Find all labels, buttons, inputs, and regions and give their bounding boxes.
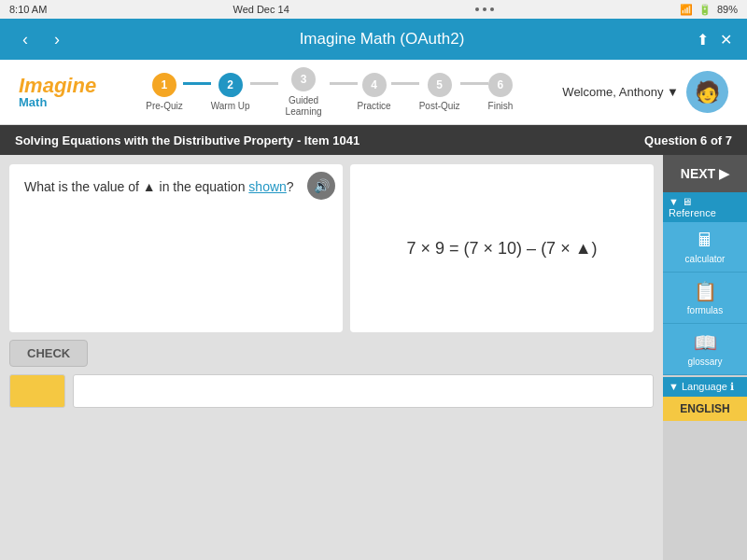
next-button[interactable]: NEXT ▶ — [663, 155, 747, 192]
question-header-bar: Solving Equations with the Distributive … — [0, 125, 747, 155]
connector-4-5 — [391, 82, 419, 85]
step-1: 1 Pre-Quiz — [146, 73, 182, 112]
step-circle-4: 4 — [362, 73, 387, 97]
equation-panel: 7 × 9 = (7 × 10) – (7 × ▲) — [350, 164, 654, 332]
connector-1-2 — [183, 82, 211, 85]
right-sidebar: NEXT ▶ ▼ 🖥 Reference 🖩 calculator 📋 form… — [663, 155, 747, 560]
question-progress: Question 6 of 7 — [644, 133, 732, 147]
check-button-row: CHECK — [9, 340, 654, 367]
question-text-after: ? — [287, 179, 294, 194]
question-text-panel: What is the value of ▲ in the equation s… — [9, 164, 343, 332]
step-circle-1: 1 — [152, 73, 176, 97]
step-circle-3: 3 — [291, 67, 316, 91]
wifi-icon: 📶 — [680, 4, 693, 16]
welcome-text[interactable]: Welcome, Anthony ▼ — [562, 85, 679, 99]
next-arrow-icon: ▶ — [719, 166, 729, 181]
english-button[interactable]: ENGLISH — [663, 397, 747, 421]
reference-label: ▼ 🖥 Reference — [669, 196, 741, 218]
step-label-3: Guided Learning — [278, 95, 330, 118]
glossary-label: glossary — [687, 357, 722, 367]
os-bar: 8:10 AM Wed Dec 14 📶 🔋 89% — [0, 0, 747, 19]
step-4: 4 Practice — [358, 73, 391, 112]
welcome-area: Welcome, Anthony ▼ 🧑 — [562, 71, 728, 113]
step-label-5: Post-Quiz — [419, 101, 460, 112]
connector-2-3 — [250, 82, 278, 85]
main-content: What is the value of ▲ in the equation s… — [0, 155, 747, 560]
step-3: 3 Guided Learning — [278, 67, 330, 118]
steps-progress: 1 Pre-Quiz 2 Warm Up 3 Guided Learning 4… — [146, 67, 513, 118]
connector-5-6 — [460, 82, 488, 85]
app-title: Imagine Math (OAuth2) — [300, 30, 465, 49]
logo-imagine: Imagine — [19, 76, 96, 96]
equation-text: 7 × 9 = (7 × 10) – (7 × ▲) — [407, 239, 598, 259]
user-avatar: 🧑 — [686, 71, 728, 113]
step-label-2: Warm Up — [211, 101, 250, 112]
question-title: Solving Equations with the Distributive … — [15, 133, 359, 147]
answer-row — [9, 374, 654, 408]
app-logo: Imagine Math — [19, 76, 96, 108]
language-label: ▼ Language ℹ — [669, 381, 734, 393]
calculator-icon: 🖩 — [696, 230, 714, 251]
answer-input[interactable] — [73, 374, 654, 408]
shown-link[interactable]: shown — [248, 179, 286, 194]
language-section-header: ▼ Language ℹ — [663, 377, 747, 397]
step-label-1: Pre-Quiz — [146, 101, 182, 112]
glossary-icon: 📖 — [694, 331, 717, 354]
forward-button[interactable]: › — [47, 26, 67, 53]
close-button[interactable]: ✕ — [720, 31, 732, 49]
share-button[interactable]: ⬆ — [697, 31, 709, 49]
back-button[interactable]: ‹ — [15, 26, 35, 53]
os-time: 8:10 AM — [9, 4, 47, 15]
step-label-6: Finish — [488, 101, 514, 112]
step-6: 6 Finish — [488, 73, 514, 112]
formulas-label: formulas — [687, 305, 723, 315]
audio-button[interactable]: 🔊 — [307, 172, 335, 200]
formulas-tool[interactable]: 📋 formulas — [663, 273, 747, 324]
reference-section-header: ▼ 🖥 Reference — [663, 192, 747, 222]
formulas-icon: 📋 — [694, 280, 717, 302]
calculator-tool[interactable]: 🖩 calculator — [663, 222, 747, 273]
step-circle-2: 2 — [218, 73, 243, 97]
app-chrome-bar: ‹ › Imagine Math (OAuth2) ⬆ ✕ — [0, 19, 747, 60]
question-text-before: What is the value of ▲ in the equation — [24, 179, 248, 194]
step-circle-6: 6 — [488, 73, 513, 97]
answer-color-box — [9, 374, 65, 408]
os-date: Wed Dec 14 — [233, 4, 289, 15]
battery-percent: 89% — [717, 4, 738, 15]
progress-section: Imagine Math 1 Pre-Quiz 2 Warm Up 3 Guid… — [0, 60, 747, 125]
connector-3-4 — [330, 82, 358, 85]
calculator-label: calculator — [685, 254, 726, 264]
step-2: 2 Warm Up — [211, 73, 250, 112]
next-label: NEXT — [681, 166, 715, 181]
question-panels: What is the value of ▲ in the equation s… — [9, 164, 654, 332]
glossary-tool[interactable]: 📖 glossary — [663, 324, 747, 375]
step-circle-5: 5 — [428, 73, 452, 97]
content-area: What is the value of ▲ in the equation s… — [0, 155, 663, 560]
logo-math: Math — [19, 96, 96, 108]
step-5: 5 Post-Quiz — [419, 73, 460, 112]
check-button[interactable]: CHECK — [9, 340, 88, 367]
battery-icon: 🔋 — [698, 4, 712, 16]
step-label-4: Practice — [358, 101, 391, 112]
